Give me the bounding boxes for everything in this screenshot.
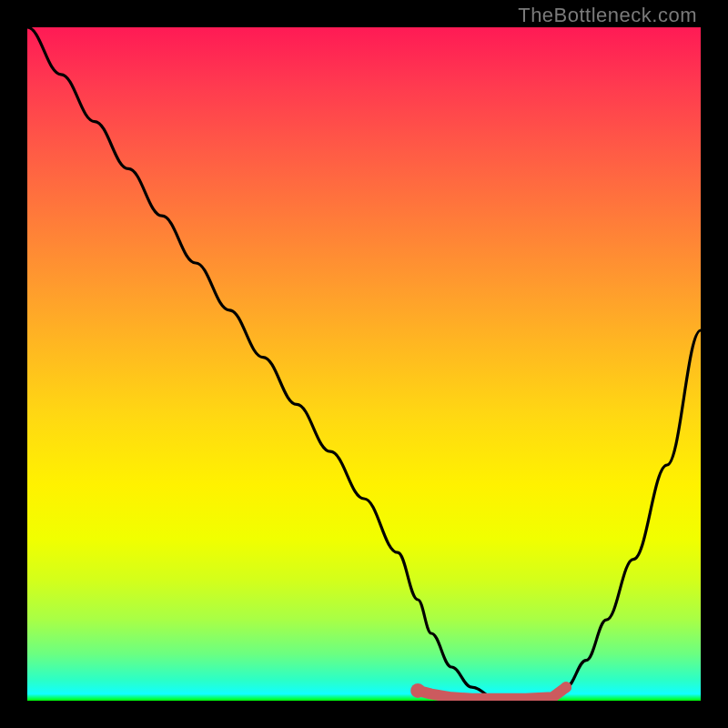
highlight-band-segment xyxy=(418,687,566,699)
plot-area xyxy=(27,27,701,701)
watermark-text: TheBottleneck.com xyxy=(518,4,697,27)
chart-frame: TheBottleneck.com xyxy=(0,0,728,728)
highlight-band xyxy=(410,682,571,699)
plot-svg xyxy=(27,27,701,701)
highlight-band-dot xyxy=(561,682,571,693)
highlight-band-dot xyxy=(410,683,425,698)
bottleneck-curve xyxy=(27,27,701,701)
